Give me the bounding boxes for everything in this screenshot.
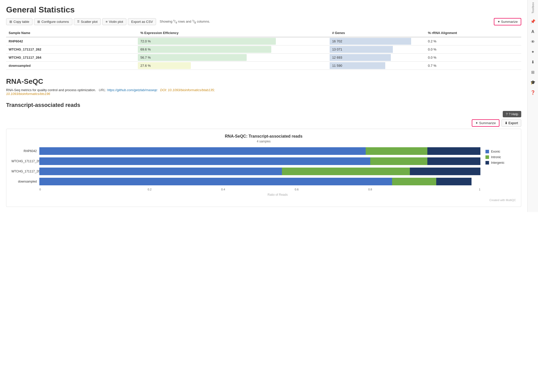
col-genes: # Genes — [330, 29, 426, 37]
exonic-segment — [39, 157, 370, 165]
rnaseqc-description: RNA-Seq metrics for quality control and … — [6, 88, 521, 96]
stacked-bar — [39, 147, 480, 155]
col-sample-name: Sample Name — [6, 29, 138, 37]
rrna-cell: 0.2 % — [425, 37, 521, 45]
legend-color-box — [485, 150, 489, 153]
toolbox-grad-icon[interactable]: 🎓 — [529, 78, 537, 87]
expr-eff-cell: 27.6 % — [138, 62, 329, 70]
intergenic-segment — [427, 157, 480, 165]
intronic-segment — [366, 147, 427, 155]
chart-summarize-button[interactable]: ✦ Summarize — [472, 119, 499, 127]
toolbox-label: Toolbox — [531, 2, 534, 13]
expr-eff-cell: 72.0 % — [138, 37, 329, 45]
help-button[interactable]: ? ? Help — [503, 111, 521, 117]
chart-export-button[interactable]: ⬇ Export — [501, 119, 521, 127]
chart-toolbar: ? ? Help — [6, 111, 521, 117]
legend-item: Intronic — [485, 155, 516, 159]
legend-item: Exonic — [485, 150, 516, 153]
intergenic-segment — [436, 178, 472, 185]
intergenic-segment — [410, 168, 480, 175]
x-axis-label: 1 — [407, 188, 480, 191]
genes-cell: 11 590 — [330, 62, 426, 70]
toolbox-help-icon[interactable]: ❓ — [529, 89, 537, 97]
chart-title: RNA-SeQC: Transcript-associated reads — [11, 134, 516, 139]
exonic-segment — [39, 168, 282, 175]
chart-bar-row: RHP6042 — [11, 147, 480, 155]
chart-legend: ExonicIntronicIntergenic — [485, 150, 516, 167]
chart-bars-area: RHP6042WTCHG_171117_262WTCHG_171117_264d… — [11, 147, 480, 191]
doi2-link[interactable]: 10.1093/bioinformatics/bts196 — [6, 92, 50, 96]
x-axis-label: 0.2 — [113, 188, 187, 191]
toolbox-panel: Toolbox 📌 A 👁 ✦ ⬇ ⊞ 🎓 ❓ — [527, 0, 538, 212]
transcript-reads-chart: RNA-SeQC: Transcript-associated reads 4 … — [6, 129, 521, 207]
x-axis: 00.20.40.60.81 — [39, 188, 480, 191]
intronic-segment — [370, 157, 428, 165]
stacked-bar — [39, 157, 480, 165]
bar-sample-label: WTCHG_171117_262 — [11, 159, 39, 163]
ratio-label: Ratio of Reads — [39, 193, 516, 197]
doi1-link[interactable]: 10.1093/bioinformatics/btab135; — [168, 88, 215, 92]
intronic-segment — [392, 178, 436, 185]
intergenic-segment — [427, 147, 480, 155]
summarize-button[interactable]: ✦ Summarize — [494, 18, 521, 25]
toolbox-star-icon[interactable]: ✦ — [529, 48, 537, 56]
expr-eff-cell: 56.7 % — [138, 54, 329, 62]
exonic-segment — [39, 178, 392, 185]
stacked-bar — [39, 178, 480, 185]
created-by-text: Created with MultiQC — [11, 199, 516, 202]
col-expr-eff: % Expression Efficiency — [138, 29, 329, 37]
table-row: WTCHG_171117_26269.6 %13 0710.0 % — [6, 45, 521, 54]
rrna-cell: 0.7 % — [425, 62, 521, 70]
exonic-segment — [39, 147, 366, 155]
sample-name-cell: RHP6042 — [6, 37, 138, 45]
legend-label: Exonic — [491, 150, 500, 153]
bar-sample-label: WTCHG_171117_264 — [11, 170, 39, 173]
stacked-bar — [39, 168, 480, 175]
configure-columns-button[interactable]: ⊞ Configure columns — [34, 18, 72, 25]
violin-plot-button[interactable]: ≡ Violin plot — [102, 18, 126, 25]
toolbox-eye-icon[interactable]: 👁 — [529, 38, 537, 46]
intronic-segment — [282, 168, 410, 175]
rrna-cell: 0.0 % — [425, 54, 521, 62]
table-row: RHP604272.0 %16 7020.2 % — [6, 37, 521, 45]
scatter-plot-button[interactable]: ⠿ Scatter plot — [74, 18, 101, 25]
legend-label: Intronic — [491, 155, 501, 159]
toolbox-download-icon[interactable]: ⬇ — [529, 58, 537, 66]
copy-table-button[interactable]: ⊞ Copy table — [6, 18, 32, 25]
legend-color-box — [485, 155, 489, 159]
rrna-cell: 0.0 % — [425, 45, 521, 54]
expr-eff-cell: 69.6 % — [138, 45, 329, 54]
table-row: WTCHG_171117_26456.7 %12 6930.0 % — [6, 54, 521, 62]
genes-cell: 16 702 — [330, 37, 426, 45]
rnaseqc-url-link[interactable]: https://github.com/getzlab/rnaseqc — [107, 88, 157, 92]
genes-cell: 13 071 — [330, 45, 426, 54]
general-statistics-table: Sample Name % Expression Efficiency # Ge… — [6, 29, 521, 70]
url-label: URL: — [99, 88, 106, 92]
chart-bar-row: WTCHG_171117_264 — [11, 168, 480, 175]
chart-bar-row: downsampled — [11, 178, 480, 185]
x-axis-label: 0.4 — [186, 188, 260, 191]
chart-bar-row: WTCHG_171117_262 — [11, 157, 480, 165]
export-csv-button[interactable]: Export as CSV — [128, 18, 156, 25]
legend-label: Intergenic — [491, 161, 505, 165]
general-statistics-title: General Statistics — [6, 5, 521, 14]
violin-plot-icon: ≡ — [106, 20, 108, 24]
copy-table-icon: ⊞ — [9, 20, 12, 24]
bar-sample-label: downsampled — [11, 180, 39, 183]
toolbox-font-icon[interactable]: A — [529, 28, 537, 36]
doi-label: DOI: — [160, 88, 167, 92]
chart-subtitle: 4 samples — [11, 140, 516, 143]
sample-name-cell: WTCHG_171117_264 — [6, 54, 138, 62]
x-axis-label: 0.6 — [260, 188, 333, 191]
genes-cell: 12 693 — [330, 54, 426, 62]
rnaseqc-title: RNA-SeQC — [6, 77, 521, 86]
col-rrna: % rRNA Alignment — [425, 29, 521, 37]
x-axis-label: 0.8 — [333, 188, 407, 191]
general-statistics-toolbar: ⊞ Copy table ⊞ Configure columns ⠿ Scatt… — [6, 18, 521, 25]
toolbox-pin-icon[interactable]: 📌 — [529, 18, 537, 26]
bar-sample-label: RHP6042 — [11, 149, 39, 153]
transcript-reads-title: Transcript-associated reads — [6, 102, 521, 108]
showing-rows-text: Showing 0/4 rows and 3/8 columns. — [160, 19, 210, 24]
sample-name-cell: WTCHG_171117_262 — [6, 45, 138, 54]
toolbox-grid-icon[interactable]: ⊞ — [529, 68, 537, 76]
